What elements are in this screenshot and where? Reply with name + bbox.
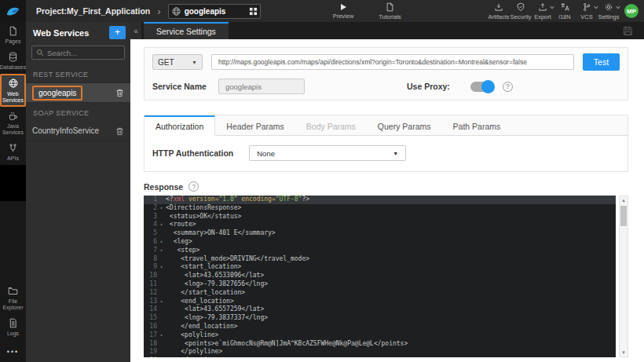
sidebar-item-file-explorer[interactable]: File Explorer bbox=[0, 282, 26, 314]
vcs-button[interactable]: VCS bbox=[576, 2, 598, 20]
scroll-up-icon[interactable]: ▲ bbox=[621, 196, 626, 204]
save-button[interactable] bbox=[611, 22, 644, 39]
service-name: CountryInfoService bbox=[32, 126, 99, 135]
user-avatar[interactable]: MP bbox=[624, 4, 639, 18]
code-line: 19 </polyline> bbox=[144, 348, 616, 357]
tab-authorization[interactable]: Authorization bbox=[145, 115, 215, 136]
sidebar-item-java-services[interactable]: Java Services bbox=[0, 107, 26, 139]
sidebar-item-web-services[interactable]: Web Services bbox=[0, 74, 26, 107]
export-icon bbox=[538, 2, 547, 12]
play-icon bbox=[339, 3, 347, 11]
tab-header-params[interactable]: Header Params bbox=[215, 115, 295, 135]
code-line: 8 <travel_mode>DRIVING</travel_mode> bbox=[144, 255, 616, 264]
panel-title: Web Services bbox=[33, 28, 109, 38]
add-service-button[interactable]: + bbox=[109, 26, 126, 39]
request-url-input[interactable] bbox=[211, 54, 574, 70]
proxy-help-icon[interactable]: ? bbox=[503, 82, 513, 92]
search-input[interactable] bbox=[47, 49, 120, 57]
toggle-knob bbox=[481, 80, 495, 93]
tab-service-settings[interactable]: Service Settings bbox=[144, 22, 229, 39]
shield-icon bbox=[516, 2, 525, 12]
globe-icon bbox=[171, 6, 181, 16]
scroll-down-icon[interactable]: ▼ bbox=[621, 349, 626, 357]
left-icon-rail: Pages Databases Web Services Java Servic… bbox=[0, 22, 26, 362]
vertical-scrollbar[interactable]: ▲ ▼ bbox=[619, 196, 628, 357]
more-options-button[interactable]: ••• bbox=[0, 340, 26, 362]
tab-body-params[interactable]: Body Params bbox=[295, 115, 367, 135]
service-name: googleapis bbox=[32, 86, 82, 101]
code-line: 18 <points>e`miGhmocNs@Rm@N]JmA^KBcAZSFW… bbox=[144, 340, 616, 349]
scrollbar-thumb[interactable] bbox=[620, 206, 627, 226]
sidebar-item-logs[interactable]: Logs bbox=[0, 314, 26, 340]
params-tabbar: Authorization Header Params Body Params … bbox=[145, 115, 628, 136]
sidebar-item-pages[interactable]: Pages bbox=[0, 22, 26, 48]
delete-service-icon[interactable] bbox=[115, 126, 124, 136]
code-line: 11 <lng>-79.3827656</lng> bbox=[144, 280, 616, 289]
response-help-icon[interactable]: ? bbox=[188, 181, 199, 192]
gear-icon bbox=[604, 2, 613, 12]
test-button[interactable]: Test bbox=[583, 53, 620, 71]
service-name-input[interactable] bbox=[218, 79, 305, 94]
settings-button[interactable]: Settings bbox=[598, 2, 620, 20]
code-line: 3 <status>OK</status> bbox=[144, 213, 616, 221]
service-item-googleapis[interactable]: googleapis bbox=[26, 82, 130, 103]
database-icon bbox=[8, 52, 18, 62]
log-file-icon bbox=[8, 318, 18, 328]
request-form: GET▼ Test Service Name Use Proxy: ? bbox=[144, 47, 628, 101]
code-line: 16 </end_location> bbox=[144, 323, 616, 331]
topbar-actions: Artifacts Security Export i18N VCS bbox=[488, 2, 644, 20]
response-label: Response bbox=[144, 182, 183, 192]
http-authentication-select[interactable]: None▼ bbox=[249, 145, 406, 161]
document-icon bbox=[386, 2, 394, 12]
tab-query-params[interactable]: Query Params bbox=[367, 115, 442, 135]
service-selector[interactable]: googleapis bbox=[168, 4, 261, 19]
soap-service-header: SOAP SERVICE bbox=[26, 103, 130, 121]
export-button[interactable]: Export bbox=[532, 2, 554, 20]
pages-icon bbox=[8, 26, 18, 36]
git-branch-icon bbox=[582, 2, 591, 12]
code-line: 10 <lat>43.6533096</lat> bbox=[144, 272, 616, 280]
use-proxy-label: Use Proxy: bbox=[407, 82, 450, 91]
topbar: Project:My_First_Application › googleapi… bbox=[0, 0, 644, 22]
delete-service-icon[interactable] bbox=[115, 88, 124, 97]
artifacts-download-icon bbox=[494, 2, 503, 12]
save-icon bbox=[623, 26, 633, 36]
code-line: 15 <lng>-79.3837337</lng> bbox=[144, 314, 616, 323]
code-line: 17▾ <polyline> bbox=[144, 331, 616, 340]
artifacts-button[interactable]: Artifacts bbox=[488, 2, 510, 20]
sidebar-item-apis[interactable]: APIs bbox=[0, 139, 26, 165]
response-editor[interactable]: 1<?xml version="1.0" encoding="UTF-8"?>2… bbox=[144, 196, 616, 357]
code-line: 5 <summary>ON-401 E</summary> bbox=[144, 229, 616, 238]
i18n-button[interactable]: i18N bbox=[554, 2, 576, 20]
code-line: 20▾ <duration> bbox=[144, 357, 616, 357]
service-search[interactable] bbox=[31, 46, 125, 60]
service-settings-content: GET▼ Test Service Name Use Proxy: ? bbox=[130, 39, 644, 362]
folder-icon bbox=[8, 286, 18, 296]
http-authentication-label: HTTP Authentication bbox=[152, 148, 233, 158]
code-line: 2▾<DirectionsResponse> bbox=[144, 204, 616, 213]
coffee-cup-icon bbox=[8, 111, 18, 121]
search-icon bbox=[36, 49, 44, 57]
tutorials-button[interactable]: Tutorials bbox=[379, 2, 401, 20]
chevron-down-icon bbox=[616, 5, 620, 9]
wavemaker-logo-icon[interactable] bbox=[0, 0, 26, 22]
grid-icon bbox=[249, 7, 258, 16]
preview-button[interactable]: Preview bbox=[333, 3, 354, 20]
selected-service-name: googleapis bbox=[185, 7, 249, 16]
api-connector-icon bbox=[8, 143, 18, 153]
code-line: 12 </start_location> bbox=[144, 289, 616, 298]
http-method-select[interactable]: GET▼ bbox=[152, 54, 203, 70]
code-line: 6▾ <leg> bbox=[144, 238, 616, 247]
collapse-panel-button[interactable]: « bbox=[130, 22, 141, 39]
tab-path-params[interactable]: Path Params bbox=[442, 115, 512, 135]
rest-service-header: REST SERVICE bbox=[26, 64, 130, 82]
code-line: 9▾ <start_location> bbox=[144, 263, 616, 272]
project-name[interactable]: Project:My_First_Application bbox=[36, 6, 150, 16]
service-item-countryinfoservice[interactable]: CountryInfoService bbox=[26, 121, 130, 141]
code-line: 14 <lat>43.6557259</lat> bbox=[144, 305, 616, 314]
code-line: 7▾ <step> bbox=[144, 247, 616, 255]
sidebar-item-databases[interactable]: Databases bbox=[0, 48, 26, 74]
use-proxy-toggle[interactable] bbox=[470, 82, 493, 92]
security-button[interactable]: Security bbox=[510, 2, 532, 20]
translate-icon bbox=[560, 2, 570, 12]
